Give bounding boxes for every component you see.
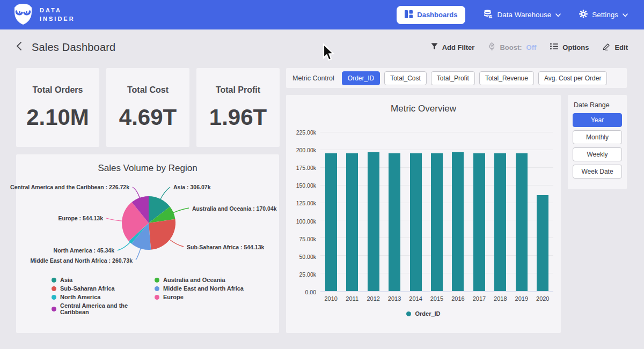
metric-option-avg-cost-per-order[interactable]: Avg. Cost per Order: [538, 71, 608, 85]
x-tick-label: 2012: [363, 295, 384, 302]
x-tick-label: 2016: [448, 295, 469, 302]
pie-slice-sub-saharan-africa[interactable]: [149, 219, 175, 250]
date-range-week-date-button[interactable]: Week Date: [573, 165, 622, 179]
legend-dot: [155, 295, 159, 300]
legend-item[interactable]: Sub-Saharan Africa: [52, 285, 155, 292]
legend-label: Order_ID: [415, 310, 440, 317]
database-icon: [484, 10, 493, 20]
kpi-value: 4.69T: [119, 105, 177, 130]
pie-slice-label: Central America and the Caribbean : 226.…: [10, 184, 129, 190]
settings-menu[interactable]: Settings: [579, 10, 628, 20]
options-button[interactable]: Options: [550, 43, 589, 51]
y-tick-label: 225.00k: [296, 129, 316, 136]
y-tick-label: 100.00k: [296, 218, 316, 225]
data-warehouse-label: Data Warehouse: [497, 11, 551, 19]
legend-dot: [52, 286, 56, 291]
bar-2014[interactable]: [410, 153, 422, 291]
top-navbar: DATA INSIDER Dashboards: [0, 0, 644, 29]
legend-item[interactable]: Asia: [52, 277, 155, 283]
bar-2016[interactable]: [452, 152, 464, 291]
metric-option-order-id[interactable]: Order_ID: [342, 71, 380, 85]
edit-button[interactable]: Edit: [603, 43, 628, 52]
add-filter-button[interactable]: Add Filter: [431, 43, 475, 51]
legend-item[interactable]: Australia and Oceania: [155, 277, 279, 283]
legend-item[interactable]: Middle East and North Africa: [155, 285, 279, 292]
brand[interactable]: DATA INSIDER: [13, 3, 75, 27]
bar-2017[interactable]: [473, 153, 485, 291]
kpi-card-total-profit: Total Profit 1.96T: [196, 68, 280, 147]
pie-slice-label: Asia : 306.07k: [173, 184, 211, 190]
metric-option-total-profit[interactable]: Total_Profit: [431, 71, 475, 85]
bar-chart-title: Metric Overview: [286, 95, 561, 114]
x-tick-label: 2014: [405, 295, 426, 302]
y-tick-label: 50.00k: [299, 254, 316, 260]
metric-option-total-revenue[interactable]: Total_Revenue: [479, 71, 534, 85]
pie-chart[interactable]: Asia : 306.07kAustralia and Oceania : 17…: [16, 174, 279, 273]
page-header: Sales Dashboard Add Filter Boost: Off: [0, 29, 644, 65]
bar-2013[interactable]: [389, 153, 400, 291]
data-warehouse-menu[interactable]: Data Warehouse: [484, 10, 561, 20]
kpi-label: Total Profit: [216, 85, 260, 95]
metric-option-total-cost[interactable]: Total_Cost: [384, 71, 427, 85]
legend-dot: [52, 295, 56, 300]
bar-chart-plot[interactable]: [320, 132, 553, 292]
boost-state: Off: [526, 43, 537, 51]
legend-item[interactable]: Europe: [155, 294, 279, 300]
bar-2019[interactable]: [516, 153, 528, 291]
x-tick-label: 2020: [532, 295, 553, 302]
legend-dot: [52, 278, 56, 283]
bar-2011[interactable]: [346, 153, 358, 291]
bar-2020[interactable]: [537, 195, 548, 291]
pie-leader-line: [118, 242, 131, 250]
legend-text: Sub-Saharan Africa: [60, 285, 115, 292]
y-tick-label: 125.00k: [296, 200, 316, 206]
y-tick-label: 175.00k: [296, 165, 316, 171]
bar-2012[interactable]: [368, 152, 379, 291]
bar-2015[interactable]: [431, 153, 443, 291]
y-tick-label: 150.00k: [296, 182, 316, 189]
x-tick-label: 2011: [341, 295, 362, 302]
date-range-year-button[interactable]: Year: [573, 113, 622, 127]
pie-leader-line: [106, 218, 123, 221]
y-tick-label: 200.00k: [296, 147, 316, 153]
y-axis-labels: 0.0025.00k50.00k75.00k100.00k125.00k150.…: [286, 132, 316, 292]
settings-label: Settings: [592, 11, 618, 19]
legend-dot: [406, 311, 411, 316]
y-tick-label: 75.00k: [299, 236, 316, 242]
legend-text: Central America and the Caribbean: [60, 302, 155, 315]
legend-dot: [155, 286, 159, 291]
legend-item[interactable]: Central America and the Caribbean: [52, 302, 155, 315]
legend-text: Europe: [163, 294, 184, 300]
bar-2010[interactable]: [325, 153, 337, 291]
kpi-value: 1.96T: [209, 105, 267, 130]
kpi-card-total-cost: Total Cost 4.69T: [106, 68, 189, 147]
x-tick-label: 2015: [426, 295, 447, 302]
page-title: Sales Dashboard: [32, 41, 115, 54]
date-range-monthly-button[interactable]: Monthly: [573, 130, 622, 144]
date-range-weekly-button[interactable]: Weekly: [573, 147, 622, 161]
dashboards-button[interactable]: Dashboards: [397, 6, 465, 24]
y-tick-label: 25.00k: [299, 271, 316, 278]
chevron-down-icon: [555, 11, 561, 19]
bar-chart-legend: Order_ID: [286, 310, 561, 317]
gear-icon: [579, 10, 588, 20]
legend-item[interactable]: North America: [52, 294, 155, 300]
legend-dot: [52, 307, 56, 311]
legend-text: Middle East and North Africa: [163, 285, 244, 292]
pie-leader-line: [136, 248, 141, 260]
pie-slice-label: North America : 45.34k: [54, 247, 115, 254]
dashboards-grid-icon: [405, 10, 413, 20]
rocket-icon: [488, 42, 495, 52]
metric-overview-panel: Metric Overview 0.0025.00k50.00k75.00k10…: [286, 95, 561, 333]
bar-2018[interactable]: [494, 153, 506, 291]
brand-text: DATA INSIDER: [40, 6, 75, 24]
back-chevron-icon[interactable]: [16, 41, 22, 53]
kpi-card-total-orders: Total Orders 2.10M: [16, 68, 99, 147]
kpi-value: 2.10M: [26, 105, 89, 130]
x-tick-label: 2010: [320, 295, 341, 302]
pie-leader-line: [172, 208, 189, 213]
dashboards-label: Dashboards: [417, 11, 457, 19]
x-tick-label: 2013: [384, 295, 405, 302]
boost-toggle[interactable]: Boost: Off: [488, 42, 536, 52]
x-tick-label: 2017: [469, 295, 489, 302]
